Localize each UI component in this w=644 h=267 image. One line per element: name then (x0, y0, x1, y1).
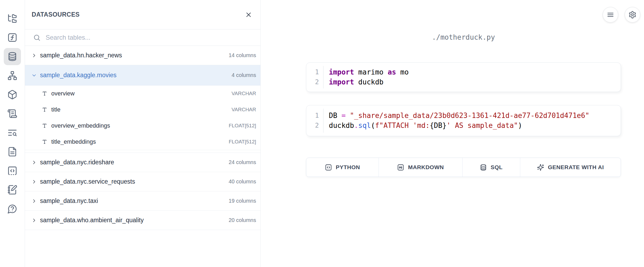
table-name: sample_data.nyc.taxi (40, 197, 225, 205)
table-column-count: 24 columns (229, 159, 256, 165)
chevron-right-icon (31, 198, 37, 204)
table-row[interactable]: sample_data.kaggle.movies4 columns (25, 65, 260, 86)
table-name: sample_data.nyc.service_requests (40, 178, 225, 185)
group-divider (25, 150, 260, 153)
code-line: duckdb.sql(f"ATTACH 'md:{DB}' AS sample_… (329, 121, 621, 131)
code-cell[interactable]: 12import marimo as moimport duckdb (306, 62, 621, 92)
column-type: FLOAT[512] (229, 139, 256, 145)
code-editor[interactable]: DB = "_share/sample_data/23b0d623-1361-4… (323, 109, 621, 133)
button-label: MARKDOWN (408, 164, 444, 170)
rail-item-snippets[interactable] (4, 162, 21, 179)
rail-item-logs[interactable] (4, 105, 21, 122)
column-type: VARCHAR (232, 91, 256, 97)
table-row[interactable]: sample_data.nyc.service_requests40 colum… (25, 172, 260, 191)
column-type: FLOAT[512] (229, 123, 256, 129)
help-bubble-icon (7, 204, 17, 214)
table-name: sample_data.nyc.rideshare (40, 159, 225, 166)
line-number: 2 (315, 77, 319, 87)
markdown-icon (397, 164, 404, 171)
rail-item-outline[interactable] (4, 124, 21, 141)
column-name: title (51, 106, 228, 113)
column-name: title_embeddings (51, 138, 225, 145)
table-row[interactable]: sample_data.nyc.rideshare24 columns (25, 153, 260, 172)
search-row (25, 29, 260, 46)
gear-icon (628, 11, 636, 19)
add-cell-python-button[interactable]: PYTHON (306, 158, 379, 177)
column-row[interactable]: title_embeddingsFLOAT[512] (25, 134, 260, 150)
line-number: 2 (315, 121, 319, 131)
table-column-count: 19 columns (229, 198, 256, 204)
scroll-icon (7, 109, 17, 119)
table-column-count: 20 columns (229, 217, 256, 223)
column-row[interactable]: overview_embeddingsFLOAT[512] (25, 118, 260, 134)
column-row[interactable]: titleVARCHAR (25, 102, 260, 118)
tables-list: sample_data.hn.hacker_news14 columnssamp… (25, 46, 260, 230)
add-cell-generate-with-ai-button[interactable]: GENERATE WITH AI (520, 158, 621, 177)
add-cell-sql-button[interactable]: SQL (462, 158, 520, 177)
database-icon (7, 51, 17, 62)
line-number-gutter: 12 (306, 109, 323, 133)
panel-title: DATASOURCES (32, 11, 80, 18)
function-square-icon (7, 32, 17, 43)
code-editor[interactable]: import marimo as moimport duckdb (323, 66, 621, 88)
rail-item-packages[interactable] (4, 86, 21, 103)
table-column-count: 14 columns (229, 52, 256, 58)
notebook-filename[interactable]: ./motherduck.py (306, 33, 621, 41)
type-icon (42, 91, 48, 97)
sparkles-icon (537, 164, 544, 171)
table-row[interactable]: sample_data.who.ambient_air_quality20 co… (25, 211, 260, 230)
panel-header: DATASOURCES (25, 0, 260, 29)
code-line: import marimo as mo (329, 67, 621, 77)
type-icon (42, 139, 48, 145)
table-name: sample_data.kaggle.movies (40, 72, 228, 79)
database-icon (480, 164, 487, 171)
line-number-gutter: 12 (306, 66, 323, 88)
marimo-app: DATASOURCES sample_data.hn.hacker_news14… (0, 0, 644, 267)
line-number: 1 (315, 111, 319, 121)
button-label: SQL (491, 164, 503, 170)
column-name: overview_embeddings (51, 122, 225, 129)
rail-item-help[interactable] (4, 200, 21, 217)
button-label: PYTHON (336, 164, 360, 170)
search-tables-input[interactable] (46, 34, 255, 41)
table-column-count: 4 columns (232, 72, 256, 78)
close-icon (245, 11, 252, 18)
table-row[interactable]: sample_data.hn.hacker_news14 columns (25, 46, 260, 65)
table-name: sample_data.hn.hacker_news (40, 52, 225, 59)
menu-button[interactable] (603, 7, 618, 23)
rail-item-dependencies[interactable] (4, 67, 21, 84)
search-icon (33, 34, 41, 42)
datasources-panel: DATASOURCES sample_data.hn.hacker_news14… (25, 0, 261, 267)
chevron-down-icon (31, 73, 37, 78)
chevron-right-icon (31, 53, 37, 58)
code-cell[interactable]: 12DB = "_share/sample_data/23b0d623-1361… (306, 105, 621, 136)
table-name: sample_data.who.ambient_air_quality (40, 217, 225, 224)
button-label: GENERATE WITH AI (548, 164, 604, 170)
type-icon (42, 123, 48, 129)
scratchpad-icon (7, 185, 17, 195)
column-row[interactable]: overviewVARCHAR (25, 86, 260, 102)
rail-item-datasources[interactable] (4, 48, 21, 65)
column-name: overview (51, 90, 228, 97)
menu-icon (606, 11, 614, 19)
chevron-right-icon (31, 179, 37, 184)
sitemap-icon (7, 71, 17, 81)
table-row[interactable]: sample_data.nyc.taxi19 columns (25, 191, 260, 211)
add-cell-markdown-button[interactable]: MARKDOWN (379, 158, 462, 177)
chevron-right-icon (31, 160, 37, 165)
activity-rail (0, 0, 25, 267)
python-code-icon (325, 164, 332, 171)
close-panel-button[interactable] (245, 11, 252, 18)
rail-item-documentation[interactable] (4, 143, 21, 160)
document-icon (7, 147, 17, 157)
settings-button[interactable] (625, 7, 640, 23)
rail-item-variables[interactable] (4, 29, 21, 46)
column-type: VARCHAR (232, 107, 256, 113)
rail-item-scratchpad[interactable] (4, 181, 21, 198)
table-column-count: 40 columns (229, 179, 256, 185)
chevron-right-icon (31, 218, 37, 223)
columns-group: overviewVARCHARtitleVARCHARoverview_embe… (25, 86, 260, 150)
code-snippet-icon (7, 166, 17, 176)
rail-item-file-explorer[interactable] (4, 10, 21, 27)
type-icon (42, 107, 48, 113)
